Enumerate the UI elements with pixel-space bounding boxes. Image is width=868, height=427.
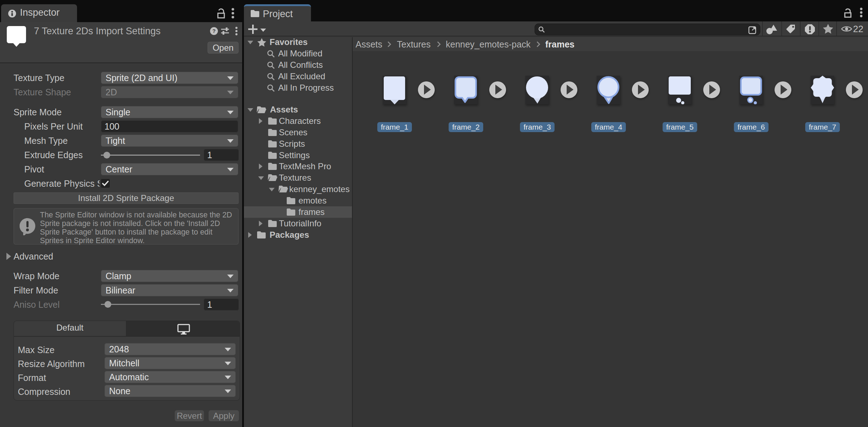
svg-text:?: ?: [212, 28, 215, 34]
